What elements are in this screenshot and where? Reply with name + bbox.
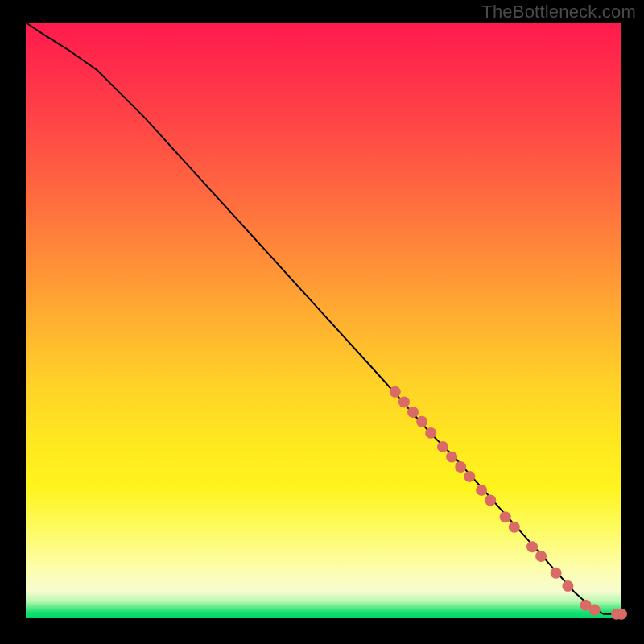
highlighted-points-group [390,386,627,620]
data-point [416,416,427,427]
data-point [485,495,496,506]
data-point [589,605,601,616]
data-point [476,485,487,496]
bottleneck-curve [26,23,621,614]
data-point [562,580,573,592]
data-point [437,441,448,452]
data-point [398,396,410,407]
data-point [464,471,475,482]
data-point [446,452,457,463]
data-point [390,386,401,398]
data-point [455,461,466,473]
data-point [616,609,627,620]
data-point [535,551,547,562]
data-point [407,407,419,418]
data-point [425,427,436,439]
watermark-text: TheBottleneck.com [481,2,636,23]
data-point [509,522,520,533]
chart-overlay [26,23,621,618]
data-point [526,541,538,552]
data-point [500,511,511,522]
plot-area [26,23,621,618]
data-point [551,568,562,579]
chart-frame: TheBottleneck.com [0,0,644,644]
